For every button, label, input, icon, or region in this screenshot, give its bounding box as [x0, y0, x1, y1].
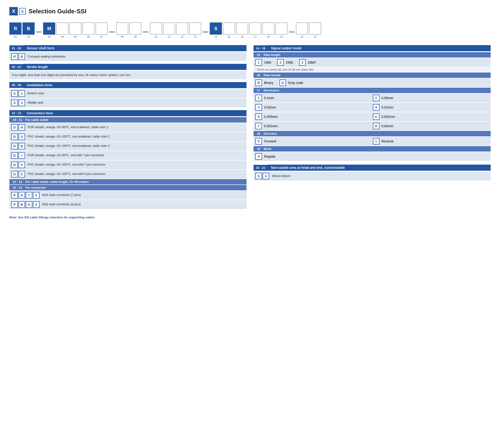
sub-header-12-13: 12 - 13 For cable outlet: cable length, …: [9, 179, 246, 184]
model-label-14: 14: [210, 35, 222, 38]
section-08-09-title: Installation form: [23, 82, 246, 88]
row-S2: S 2 Middle seal: [9, 98, 246, 107]
model-box-M: M: [43, 22, 55, 35]
code-S-S4: S: [255, 173, 262, 179]
code-D-DU: D: [11, 133, 18, 140]
section-08-09: 08 - 09 Installation form S 1 Bottom sea…: [9, 82, 246, 107]
model-box-07: [96, 22, 108, 35]
dash-3: —: [142, 28, 149, 35]
model-label-21: 21: [309, 35, 321, 38]
section-10-13: 10 - 13 Connection form 10 - 11 For cabl…: [9, 110, 246, 209]
code-2-25bit: 2: [277, 59, 284, 66]
desc-S4: 40mm+60mm: [272, 174, 291, 178]
title-area: X x Selection Guide-SSI: [9, 7, 491, 16]
section-01-02: 01 - 02 Sensor shell form R B Compact se…: [9, 45, 246, 61]
item-B-binary: B Binary: [255, 80, 273, 86]
model-label-12: 12: [176, 35, 188, 38]
code-I: I: [18, 152, 25, 159]
desc-24bit: 24bit: [264, 61, 271, 64]
section-03-07-header: 03 - 07 Stroke length: [9, 64, 246, 70]
model-label-17: 17: [249, 35, 261, 38]
model-label-06: 06: [82, 35, 95, 38]
desc-binary: Binary: [264, 81, 273, 85]
item-0-regular: 0 Regular: [255, 153, 276, 160]
sub-header-18: 18 Direction: [254, 131, 491, 136]
section-14-19-id: 14 - 19: [254, 45, 268, 51]
section-03-07-id: 03 - 07: [9, 64, 23, 70]
model-cell-04: 04: [56, 22, 68, 38]
code-8-004mm: 8: [373, 123, 379, 129]
item-8-004mm: 8 0.04mm: [373, 123, 489, 129]
model-code-row: R 01 B 02 — M 03 04 05 06 07 — 08 09 —: [9, 22, 491, 38]
desc-gray: Gray code: [288, 81, 303, 85]
code-S2a: S: [11, 100, 18, 106]
model-cell-03: M 03: [43, 22, 55, 38]
model-box-06: [82, 22, 95, 35]
model-label-01: 01: [9, 35, 21, 38]
code-R: R: [11, 53, 18, 60]
code-1-01mm: 1: [255, 95, 262, 101]
dash-4: —: [202, 28, 209, 35]
left-column: 01 - 02 Sensor shell form R B Compact se…: [9, 45, 246, 212]
code-1-reverse: 1: [373, 138, 379, 144]
model-box-S: S: [210, 22, 222, 35]
section-20-21-title: Non-uasble area at head and end, customi…: [268, 165, 491, 171]
model-label-07: 07: [96, 35, 108, 38]
row-data-length: 1 24bit 2 25bit 3 26bit*: [254, 58, 491, 67]
row-S1: S 1 Bottom seal: [9, 89, 246, 98]
model-box-08: [116, 22, 128, 35]
sub-header-for-connector: 10 - 13 For connector: [9, 185, 246, 190]
model-cell-12: 12: [176, 22, 188, 38]
model-cell-16: 16: [236, 22, 248, 38]
desc-26bit: 26bit*: [308, 61, 316, 64]
model-box-11: [163, 22, 175, 35]
desc-DB: PVC sheath, orange,-20~105℃, end scatter…: [28, 144, 110, 148]
desc-DH: PUR sheath, orange,-20~90℃, end scattere…: [28, 125, 108, 129]
model-cell-11: 11: [163, 22, 175, 38]
row-res-1: 1 0.1mm 2 0.05mm: [254, 94, 491, 102]
code-D-DV: D: [11, 161, 18, 168]
note-26bit: * 26-bit are parity bits and 25-bit are …: [254, 67, 491, 72]
code-3-26bit: 3: [299, 59, 306, 66]
model-box-20: [296, 22, 308, 35]
model-box-10: [150, 22, 162, 35]
desc-005mm: 0.05mm: [381, 96, 394, 100]
model-cell-21: 21: [309, 22, 321, 38]
section-01-02-header: 01 - 02 Sensor shell form: [9, 45, 246, 51]
code-H: H: [18, 124, 25, 131]
model-label-02: 02: [22, 35, 35, 38]
section-08-09-id: 08 - 09: [9, 82, 23, 88]
page-title: Selection Guide-SSI: [29, 8, 86, 15]
sub-header-16: 16 Data format: [254, 72, 491, 78]
desc-0001mm: 0.001mm: [264, 124, 278, 128]
code-B: B: [18, 53, 25, 60]
model-label-16: 16: [236, 35, 248, 38]
item-6-0002mm: 6 0.002mm: [373, 113, 489, 120]
code-U: U: [18, 133, 25, 140]
row-DV: D V PVC sheath, orange,-20~105℃, end wit…: [9, 160, 246, 169]
item-5-0005mm: 5 0.005mm: [255, 113, 372, 120]
model-box-19: [275, 22, 287, 35]
code-7-PH70: 7: [26, 192, 32, 198]
code-C: C: [18, 171, 25, 177]
dash-5: —: [288, 28, 295, 35]
section-10-13-id: 10 - 13: [9, 110, 23, 116]
row-res-4: 7 0.001mm 8 0.04mm: [254, 122, 491, 130]
model-label-11: 11: [163, 35, 175, 38]
desc-PH70: M16 male connector (7 pins): [42, 193, 81, 197]
code-B-binary: B: [255, 80, 262, 86]
row-DB: D B PVC sheath, orange,-20~105℃, end sca…: [9, 142, 246, 151]
code-P-PB80: P: [11, 201, 18, 208]
code-3-002mm: 3: [255, 104, 262, 111]
model-box-12: [176, 22, 188, 35]
item-0-forward: 0 Forward: [255, 138, 372, 144]
row-PB80: P B 8 0 M16 male connector (8 pins): [9, 200, 246, 209]
model-cell-01: R 01: [9, 22, 21, 38]
code-5-0005mm: 5: [255, 113, 262, 120]
section-20-21-header: 20 - 21 Non-uasble area at head and end,…: [254, 165, 491, 171]
code-0-PB80: 0: [33, 201, 40, 208]
code-V: V: [18, 161, 25, 168]
model-cell-09: 09: [129, 22, 141, 38]
code-4-S4: 4: [263, 173, 269, 179]
model-box-16: [236, 22, 248, 35]
